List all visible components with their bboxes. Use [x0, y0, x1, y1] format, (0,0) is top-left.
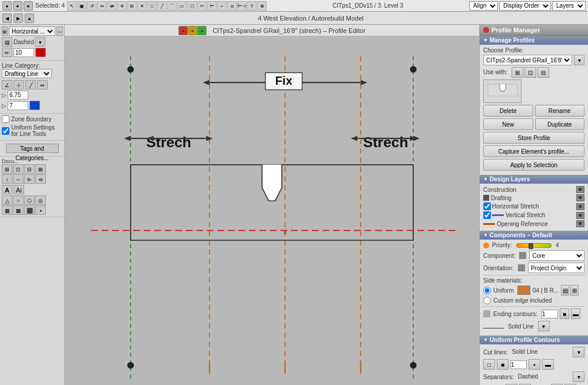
new-btn[interactable]: New — [483, 118, 533, 130]
align-select[interactable]: Align — [469, 1, 498, 11]
contour-icon3[interactable]: ▬ — [571, 308, 580, 319]
cut-icon1[interactable]: □ — [483, 359, 495, 370]
solid-line-arrow[interactable]: ▾ — [538, 321, 550, 331]
tool-rotate[interactable]: ↺ — [87, 1, 97, 11]
tool-trim[interactable]: ✂ — [197, 1, 207, 11]
color-blue[interactable] — [29, 101, 40, 110]
use-with-icon2[interactable]: ⊡ — [524, 67, 536, 78]
capture-element-btn[interactable]: Capture Element's profile... — [483, 145, 584, 157]
uniform-settings-check[interactable] — [2, 127, 9, 135]
cut-icon2[interactable]: ■ — [497, 359, 509, 370]
tool-mirror[interactable]: ⇄ — [107, 1, 117, 11]
doc-tool5[interactable]: ↕ — [2, 174, 12, 184]
vstretch-check[interactable] — [483, 211, 491, 219]
cut-line-arrow[interactable]: ▾ — [573, 347, 584, 357]
display-order-select[interactable]: Display Order — [499, 1, 551, 11]
doc-tool7[interactable]: ⊳ — [24, 174, 35, 184]
shape-tool3[interactable]: ⬡ — [24, 195, 35, 205]
rename-btn[interactable]: Rename — [535, 105, 585, 117]
tool-group[interactable]: □ — [147, 1, 157, 11]
shape-tool2[interactable]: ○ — [13, 195, 24, 205]
fill-tool2[interactable]: ▩ — [13, 205, 24, 215]
nav-back-btn[interactable]: ◀ — [2, 14, 12, 23]
layers-select[interactable]: Layers — [552, 1, 586, 11]
doc-tool1[interactable]: ⊞ — [2, 164, 12, 174]
nav-up-btn[interactable]: ▲ — [25, 14, 34, 23]
custom-edge-radio[interactable] — [483, 297, 491, 304]
priority-thumb[interactable] — [529, 243, 533, 249]
separator-arrow[interactable]: ▾ — [573, 371, 584, 382]
fill-tool3[interactable]: ⬛ — [24, 205, 35, 215]
orientation-icon[interactable]: ⊕ — [2, 26, 8, 36]
value1-input[interactable] — [8, 91, 28, 99]
guide-icon[interactable]: ╱ — [25, 80, 36, 89]
text-tool2[interactable]: Ai — [14, 185, 24, 194]
orientation-flip[interactable]: ↔ — [57, 26, 63, 36]
tool-split[interactable]: ⊢ — [207, 1, 217, 11]
delete-btn[interactable]: Delete — [483, 105, 533, 117]
use-with-icon1[interactable]: ⊞ — [511, 67, 523, 78]
tool-fillet[interactable]: ⌐ — [217, 1, 227, 11]
window-min-btn[interactable]: ● — [13, 1, 22, 11]
tool-polygon[interactable]: ⬡ — [187, 1, 197, 11]
design-btn[interactable]: ▤ — [2, 37, 12, 47]
tool-rect[interactable]: ▭ — [177, 1, 187, 11]
canvas-close[interactable]: ● — [178, 26, 188, 35]
use-with-icon3[interactable]: ⊟ — [537, 67, 549, 78]
doc-tool3[interactable]: ⊟ — [24, 164, 35, 174]
component-select[interactable]: Core — [529, 250, 584, 261]
vstretch-visibility[interactable]: 👁 — [576, 212, 584, 219]
shape-tool4[interactable]: ◎ — [35, 195, 46, 205]
priority-slider-track[interactable] — [516, 243, 552, 248]
doc-tool4[interactable]: ⊠ — [35, 164, 46, 174]
tool-symbol[interactable]: ⊕ — [257, 1, 267, 11]
tool-delete[interactable]: ✕ — [137, 1, 147, 11]
fill-tool1[interactable]: ▦ — [2, 205, 12, 215]
opening-visibility[interactable]: 👁 — [576, 220, 584, 227]
doc-tool8[interactable]: ⊲ — [35, 174, 46, 184]
material-icon2[interactable]: ⊞ — [570, 285, 579, 296]
hstretch-visibility[interactable]: 👁 — [576, 203, 584, 210]
angle-icon[interactable]: ∠ — [2, 80, 12, 89]
tool-offset[interactable]: ⧈ — [227, 1, 237, 11]
apply-to-selection-btn[interactable]: Apply to Selection — [483, 159, 584, 171]
measure-icon[interactable]: ⇔ — [37, 80, 48, 89]
panel-close-btn[interactable] — [483, 27, 489, 33]
uniform-radio[interactable] — [483, 287, 491, 294]
tool-arc[interactable]: ⌒ — [167, 1, 177, 11]
dashed-arrow[interactable]: ▾ — [35, 37, 45, 47]
contour-icon2[interactable]: ■ — [560, 308, 569, 319]
tags-categories-btn[interactable]: Tags and Categories... — [6, 144, 59, 153]
line-category-select[interactable]: Drafting Line — [2, 69, 52, 78]
profile-name-select[interactable]: CITps2-Spandrel GRail_16'8" (st... — [483, 55, 572, 65]
drawing-area[interactable]: Fix Strech Strech × — [65, 36, 479, 385]
orientation-value-select[interactable]: Project Origin — [528, 263, 584, 273]
contour-count-input[interactable] — [542, 310, 558, 318]
value2-input[interactable] — [8, 101, 28, 110]
tool-dim[interactable]: ⊢⊣ — [237, 1, 247, 11]
tool-copy[interactable]: ⧉ — [127, 1, 137, 11]
tool-stretch[interactable]: ⇔ — [97, 1, 107, 11]
hstretch-check[interactable] — [483, 203, 491, 210]
orientation-select[interactable]: Horizontal ... — [9, 26, 55, 36]
profile-menu-btn[interactable]: ▾ — [574, 55, 584, 65]
color-red[interactable] — [35, 48, 46, 57]
zone-boundary-check[interactable] — [2, 115, 9, 123]
doc-tool2[interactable]: ⊡ — [13, 164, 24, 174]
text-tool[interactable]: A — [2, 185, 12, 194]
pen-icon[interactable]: ✏ — [2, 48, 12, 57]
canvas-min[interactable]: ● — [188, 26, 197, 35]
duplicate-btn[interactable]: Duplicate — [535, 118, 585, 130]
pen-size-input[interactable] — [14, 48, 34, 57]
store-profile-btn[interactable]: Store Profile — [483, 132, 584, 144]
cut-icon3[interactable]: ▪ — [529, 359, 540, 370]
canvas-zoom[interactable]: ● — [197, 26, 207, 35]
material-icon1[interactable]: ▤ — [561, 285, 569, 296]
tool-arrow[interactable]: ↖ — [67, 1, 77, 11]
construction-visibility[interactable]: 👁 — [576, 186, 584, 193]
cut-icon4[interactable]: ▬ — [542, 359, 554, 370]
window-close-btn[interactable]: ● — [2, 1, 12, 11]
doc-tool6[interactable]: ↔ — [13, 174, 24, 184]
nav-forward-btn[interactable]: ▶ — [14, 14, 23, 23]
cut-value-input[interactable] — [510, 360, 527, 369]
